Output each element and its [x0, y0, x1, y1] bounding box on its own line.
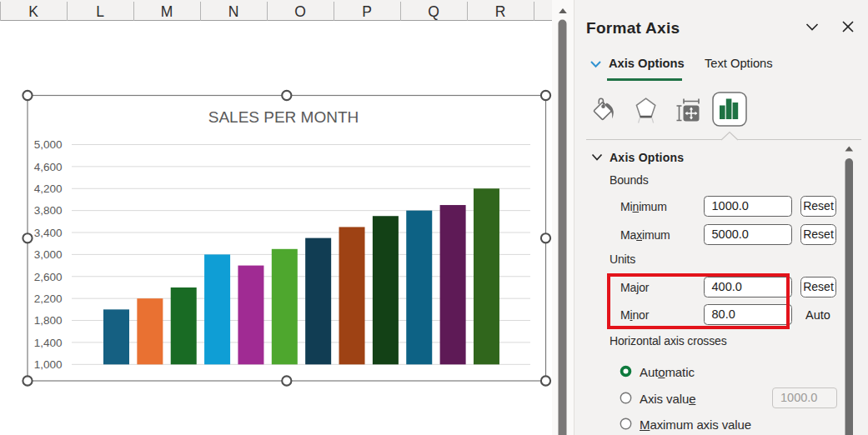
svg-text:1,400: 1,400: [34, 337, 63, 349]
svg-text:4,600: 4,600: [34, 161, 63, 173]
svg-text:3,400: 3,400: [34, 227, 63, 239]
svg-text:1,800: 1,800: [34, 314, 63, 327]
svg-text:5,000: 5,000: [34, 138, 63, 151]
svg-text:4,200: 4,200: [34, 182, 63, 195]
svg-text:SALES PER MONTH: SALES PER MONTH: [208, 108, 359, 126]
svg-text:2,600: 2,600: [34, 271, 63, 283]
svg-text:3,000: 3,000: [34, 248, 63, 261]
svg-text:1,000: 1,000: [34, 358, 63, 371]
svg-text:2,200: 2,200: [34, 292, 63, 305]
svg-text:3,800: 3,800: [34, 204, 63, 217]
